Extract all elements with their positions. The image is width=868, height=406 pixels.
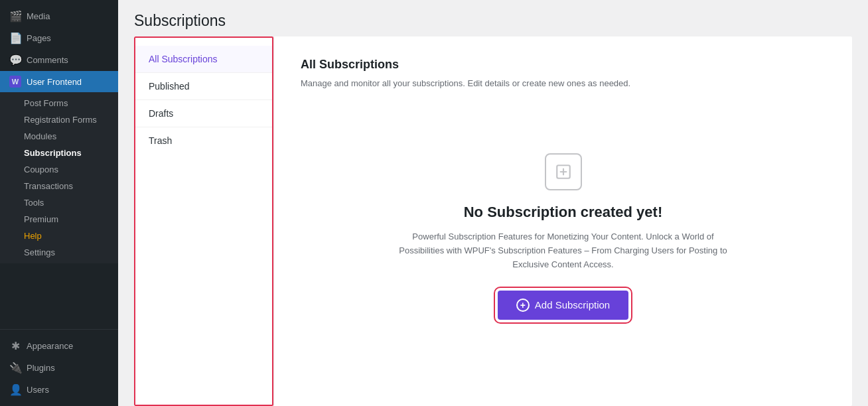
filter-published[interactable]: Published bbox=[135, 73, 272, 100]
sidebar-item-label: Plugins bbox=[27, 363, 55, 373]
right-panel: All Subscriptions Manage and monitor all… bbox=[273, 36, 852, 406]
sidebar-item-help[interactable]: Help bbox=[0, 228, 118, 244]
sidebar-item-comments[interactable]: 💬 Comments bbox=[0, 49, 118, 71]
empty-heading: No Subscription created yet! bbox=[464, 204, 663, 221]
sidebar-bottom: ✱ Appearance 🔌 Plugins 👤 Users bbox=[0, 329, 118, 406]
sidebar-item-premium[interactable]: Premium bbox=[0, 211, 118, 228]
sidebar-item-media[interactable]: 🎬 Media bbox=[0, 5, 118, 27]
sidebar-item-registration-forms[interactable]: Registration Forms bbox=[0, 111, 118, 128]
wpuf-icon: W bbox=[9, 76, 21, 88]
filter-drafts[interactable]: Drafts bbox=[135, 100, 272, 127]
sidebar-item-appearance[interactable]: ✱ Appearance bbox=[0, 335, 118, 357]
sidebar-item-subscriptions[interactable]: Subscriptions bbox=[0, 145, 118, 161]
sidebar-item-label: Appearance bbox=[27, 341, 73, 351]
sidebar-item-coupons[interactable]: Coupons bbox=[0, 161, 118, 178]
filter-trash[interactable]: Trash bbox=[135, 127, 272, 154]
comments-icon: 💬 bbox=[9, 54, 21, 66]
sidebar: 🎬 Media 📄 Pages 💬 Comments W User Fronte… bbox=[0, 0, 118, 406]
empty-icon bbox=[545, 153, 582, 190]
media-icon: 🎬 bbox=[9, 10, 21, 23]
submenu: Post Forms Registration Forms Modules Su… bbox=[0, 92, 118, 263]
sidebar-item-transactions[interactable]: Transactions bbox=[0, 178, 118, 194]
sidebar-item-settings[interactable]: Settings bbox=[0, 244, 118, 261]
pages-icon: 📄 bbox=[9, 32, 21, 44]
sidebar-item-label: Comments bbox=[27, 55, 68, 65]
sidebar-item-tools[interactable]: Tools bbox=[0, 194, 118, 211]
sidebar-item-pages[interactable]: 📄 Pages bbox=[0, 27, 118, 49]
empty-state: No Subscription created yet! Powerful Su… bbox=[301, 88, 826, 385]
add-button-label: Add Subscription bbox=[535, 299, 610, 310]
sidebar-item-plugins[interactable]: 🔌 Plugins bbox=[0, 357, 118, 379]
sidebar-item-post-forms[interactable]: Post Forms bbox=[0, 95, 118, 111]
filter-all-subscriptions[interactable]: All Subscriptions bbox=[135, 46, 272, 73]
sidebar-item-modules[interactable]: Modules bbox=[0, 128, 118, 145]
add-subscription-button[interactable]: + Add Subscription bbox=[498, 291, 628, 320]
plugins-icon: 🔌 bbox=[9, 362, 21, 374]
page-title: Subscriptions bbox=[134, 12, 852, 30]
add-icon: + bbox=[516, 299, 530, 312]
sidebar-item-label: Media bbox=[27, 11, 50, 21]
sidebar-top: 🎬 Media 📄 Pages 💬 Comments W User Fronte… bbox=[0, 0, 118, 269]
sidebar-item-users[interactable]: 👤 Users bbox=[0, 379, 118, 401]
page-header: Subscriptions bbox=[118, 0, 868, 36]
empty-body: Powerful Subscription Features for Monet… bbox=[398, 230, 729, 271]
content-area: All Subscriptions Published Drafts Trash… bbox=[134, 36, 852, 406]
filter-panel: All Subscriptions Published Drafts Trash bbox=[134, 36, 273, 406]
sidebar-item-label: User Frontend bbox=[27, 77, 82, 87]
section-heading: All Subscriptions bbox=[301, 58, 399, 72]
sidebar-item-user-frontend[interactable]: W User Frontend bbox=[0, 71, 118, 92]
section-subtitle: Manage and monitor all your subscription… bbox=[301, 78, 630, 88]
main-content: Subscriptions All Subscriptions Publishe… bbox=[118, 0, 868, 406]
sidebar-item-label: Pages bbox=[27, 33, 51, 43]
appearance-icon: ✱ bbox=[9, 340, 21, 352]
users-icon: 👤 bbox=[9, 383, 21, 396]
sidebar-item-label: Users bbox=[27, 385, 49, 395]
